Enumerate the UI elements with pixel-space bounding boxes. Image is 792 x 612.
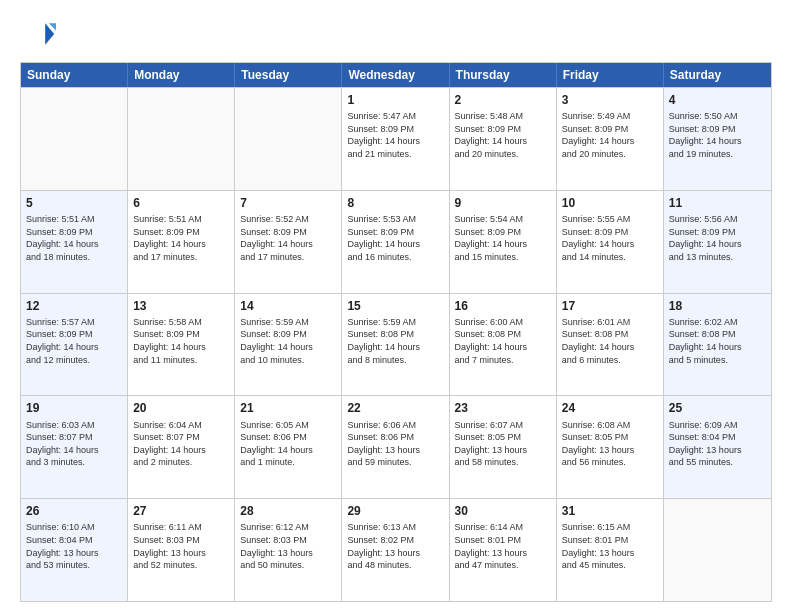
page: SundayMondayTuesdayWednesdayThursdayFrid… — [0, 0, 792, 612]
day-cell-18: 18Sunrise: 6:02 AM Sunset: 8:08 PM Dayli… — [664, 294, 771, 396]
day-info: Sunrise: 6:10 AM Sunset: 8:04 PM Dayligh… — [26, 521, 122, 571]
logo-icon — [20, 16, 56, 52]
empty-cell — [664, 499, 771, 601]
day-info: Sunrise: 5:48 AM Sunset: 8:09 PM Dayligh… — [455, 110, 551, 160]
day-cell-12: 12Sunrise: 5:57 AM Sunset: 8:09 PM Dayli… — [21, 294, 128, 396]
day-number: 13 — [133, 298, 229, 314]
day-cell-1: 1Sunrise: 5:47 AM Sunset: 8:09 PM Daylig… — [342, 88, 449, 190]
day-info: Sunrise: 5:57 AM Sunset: 8:09 PM Dayligh… — [26, 316, 122, 366]
weekday-header-sunday: Sunday — [21, 63, 128, 87]
day-number: 6 — [133, 195, 229, 211]
day-cell-14: 14Sunrise: 5:59 AM Sunset: 8:09 PM Dayli… — [235, 294, 342, 396]
day-cell-15: 15Sunrise: 5:59 AM Sunset: 8:08 PM Dayli… — [342, 294, 449, 396]
day-number: 8 — [347, 195, 443, 211]
day-cell-24: 24Sunrise: 6:08 AM Sunset: 8:05 PM Dayli… — [557, 396, 664, 498]
day-info: Sunrise: 5:53 AM Sunset: 8:09 PM Dayligh… — [347, 213, 443, 263]
weekday-header-saturday: Saturday — [664, 63, 771, 87]
empty-cell — [21, 88, 128, 190]
day-info: Sunrise: 5:54 AM Sunset: 8:09 PM Dayligh… — [455, 213, 551, 263]
day-info: Sunrise: 5:51 AM Sunset: 8:09 PM Dayligh… — [133, 213, 229, 263]
day-cell-9: 9Sunrise: 5:54 AM Sunset: 8:09 PM Daylig… — [450, 191, 557, 293]
day-cell-7: 7Sunrise: 5:52 AM Sunset: 8:09 PM Daylig… — [235, 191, 342, 293]
day-info: Sunrise: 6:03 AM Sunset: 8:07 PM Dayligh… — [26, 419, 122, 469]
day-number: 20 — [133, 400, 229, 416]
day-info: Sunrise: 6:04 AM Sunset: 8:07 PM Dayligh… — [133, 419, 229, 469]
day-info: Sunrise: 5:55 AM Sunset: 8:09 PM Dayligh… — [562, 213, 658, 263]
day-cell-25: 25Sunrise: 6:09 AM Sunset: 8:04 PM Dayli… — [664, 396, 771, 498]
weekday-header-wednesday: Wednesday — [342, 63, 449, 87]
day-cell-4: 4Sunrise: 5:50 AM Sunset: 8:09 PM Daylig… — [664, 88, 771, 190]
day-cell-16: 16Sunrise: 6:00 AM Sunset: 8:08 PM Dayli… — [450, 294, 557, 396]
day-info: Sunrise: 6:11 AM Sunset: 8:03 PM Dayligh… — [133, 521, 229, 571]
day-info: Sunrise: 5:59 AM Sunset: 8:08 PM Dayligh… — [347, 316, 443, 366]
day-cell-27: 27Sunrise: 6:11 AM Sunset: 8:03 PM Dayli… — [128, 499, 235, 601]
day-cell-3: 3Sunrise: 5:49 AM Sunset: 8:09 PM Daylig… — [557, 88, 664, 190]
day-number: 31 — [562, 503, 658, 519]
day-cell-19: 19Sunrise: 6:03 AM Sunset: 8:07 PM Dayli… — [21, 396, 128, 498]
day-cell-6: 6Sunrise: 5:51 AM Sunset: 8:09 PM Daylig… — [128, 191, 235, 293]
day-info: Sunrise: 5:51 AM Sunset: 8:09 PM Dayligh… — [26, 213, 122, 263]
day-info: Sunrise: 6:02 AM Sunset: 8:08 PM Dayligh… — [669, 316, 766, 366]
calendar: SundayMondayTuesdayWednesdayThursdayFrid… — [20, 62, 772, 602]
calendar-row-3: 19Sunrise: 6:03 AM Sunset: 8:07 PM Dayli… — [21, 395, 771, 498]
day-cell-23: 23Sunrise: 6:07 AM Sunset: 8:05 PM Dayli… — [450, 396, 557, 498]
day-cell-17: 17Sunrise: 6:01 AM Sunset: 8:08 PM Dayli… — [557, 294, 664, 396]
header — [20, 16, 772, 52]
day-number: 24 — [562, 400, 658, 416]
day-number: 29 — [347, 503, 443, 519]
day-cell-20: 20Sunrise: 6:04 AM Sunset: 8:07 PM Dayli… — [128, 396, 235, 498]
day-cell-21: 21Sunrise: 6:05 AM Sunset: 8:06 PM Dayli… — [235, 396, 342, 498]
day-cell-8: 8Sunrise: 5:53 AM Sunset: 8:09 PM Daylig… — [342, 191, 449, 293]
weekday-header-monday: Monday — [128, 63, 235, 87]
day-cell-26: 26Sunrise: 6:10 AM Sunset: 8:04 PM Dayli… — [21, 499, 128, 601]
day-info: Sunrise: 5:47 AM Sunset: 8:09 PM Dayligh… — [347, 110, 443, 160]
weekday-header-thursday: Thursday — [450, 63, 557, 87]
calendar-row-2: 12Sunrise: 5:57 AM Sunset: 8:09 PM Dayli… — [21, 293, 771, 396]
logo — [20, 16, 60, 52]
day-info: Sunrise: 6:13 AM Sunset: 8:02 PM Dayligh… — [347, 521, 443, 571]
day-number: 18 — [669, 298, 766, 314]
day-cell-28: 28Sunrise: 6:12 AM Sunset: 8:03 PM Dayli… — [235, 499, 342, 601]
day-cell-5: 5Sunrise: 5:51 AM Sunset: 8:09 PM Daylig… — [21, 191, 128, 293]
day-number: 14 — [240, 298, 336, 314]
day-info: Sunrise: 5:52 AM Sunset: 8:09 PM Dayligh… — [240, 213, 336, 263]
day-info: Sunrise: 6:14 AM Sunset: 8:01 PM Dayligh… — [455, 521, 551, 571]
empty-cell — [128, 88, 235, 190]
day-cell-2: 2Sunrise: 5:48 AM Sunset: 8:09 PM Daylig… — [450, 88, 557, 190]
day-number: 19 — [26, 400, 122, 416]
day-number: 12 — [26, 298, 122, 314]
day-info: Sunrise: 6:15 AM Sunset: 8:01 PM Dayligh… — [562, 521, 658, 571]
day-number: 4 — [669, 92, 766, 108]
day-number: 11 — [669, 195, 766, 211]
empty-cell — [235, 88, 342, 190]
day-cell-31: 31Sunrise: 6:15 AM Sunset: 8:01 PM Dayli… — [557, 499, 664, 601]
day-cell-13: 13Sunrise: 5:58 AM Sunset: 8:09 PM Dayli… — [128, 294, 235, 396]
day-info: Sunrise: 6:00 AM Sunset: 8:08 PM Dayligh… — [455, 316, 551, 366]
weekday-header-friday: Friday — [557, 63, 664, 87]
day-number: 16 — [455, 298, 551, 314]
calendar-row-0: 1Sunrise: 5:47 AM Sunset: 8:09 PM Daylig… — [21, 87, 771, 190]
day-info: Sunrise: 6:08 AM Sunset: 8:05 PM Dayligh… — [562, 419, 658, 469]
day-number: 5 — [26, 195, 122, 211]
day-number: 26 — [26, 503, 122, 519]
day-info: Sunrise: 6:12 AM Sunset: 8:03 PM Dayligh… — [240, 521, 336, 571]
day-cell-29: 29Sunrise: 6:13 AM Sunset: 8:02 PM Dayli… — [342, 499, 449, 601]
day-info: Sunrise: 5:59 AM Sunset: 8:09 PM Dayligh… — [240, 316, 336, 366]
weekday-header-tuesday: Tuesday — [235, 63, 342, 87]
calendar-row-1: 5Sunrise: 5:51 AM Sunset: 8:09 PM Daylig… — [21, 190, 771, 293]
day-number: 25 — [669, 400, 766, 416]
day-number: 15 — [347, 298, 443, 314]
day-number: 28 — [240, 503, 336, 519]
day-number: 7 — [240, 195, 336, 211]
day-cell-30: 30Sunrise: 6:14 AM Sunset: 8:01 PM Dayli… — [450, 499, 557, 601]
day-number: 2 — [455, 92, 551, 108]
day-number: 27 — [133, 503, 229, 519]
day-info: Sunrise: 6:09 AM Sunset: 8:04 PM Dayligh… — [669, 419, 766, 469]
calendar-body: 1Sunrise: 5:47 AM Sunset: 8:09 PM Daylig… — [21, 87, 771, 601]
day-number: 22 — [347, 400, 443, 416]
day-cell-10: 10Sunrise: 5:55 AM Sunset: 8:09 PM Dayli… — [557, 191, 664, 293]
day-info: Sunrise: 6:01 AM Sunset: 8:08 PM Dayligh… — [562, 316, 658, 366]
day-number: 17 — [562, 298, 658, 314]
day-number: 3 — [562, 92, 658, 108]
day-number: 10 — [562, 195, 658, 211]
